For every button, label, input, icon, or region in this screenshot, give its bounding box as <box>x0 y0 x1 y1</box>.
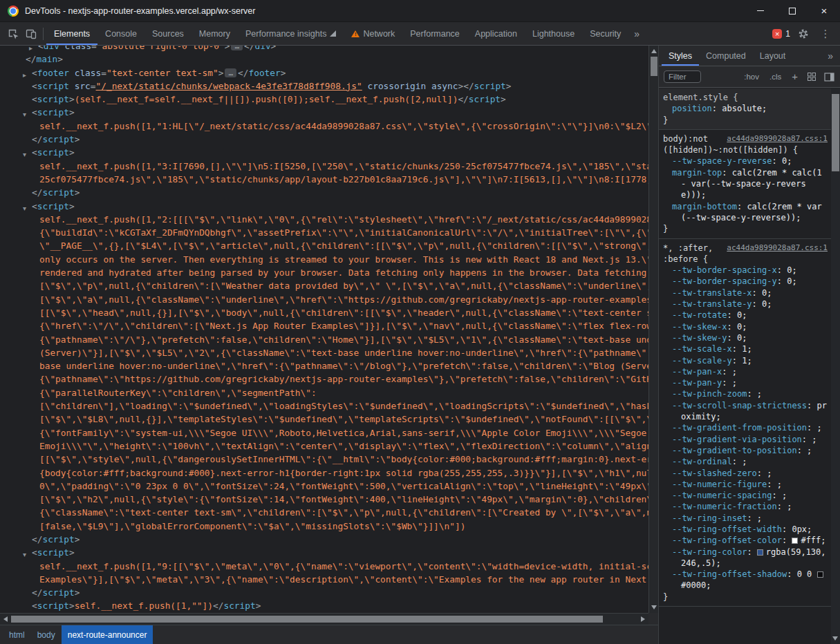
tab-styles[interactable]: Styles <box>662 46 699 66</box>
css-declaration[interactable]: --tw-numeric-figure: ; <box>663 479 828 490</box>
stylesheet-source-link[interactable]: ac44da9899028a87.css:1 <box>727 243 828 254</box>
dom-tree-line[interactable]: \"__PAGE__\",{},[\"$L4\",[\"$\",\"articl… <box>0 239 648 252</box>
sidebar-scrollbar[interactable] <box>831 88 840 644</box>
dom-tree-line[interactable]: rendered and hydrated after being parsed… <box>0 266 648 279</box>
dom-tree-line[interactable]: (Server)\"}],[\"$\",\"$L5\",\"2\",{\"cla… <box>0 346 648 359</box>
dom-tree-line[interactable]: <script>self.__next_f.push([1,""])</scri… <box>0 599 648 612</box>
tab-performance-insights[interactable]: Performance insights <box>238 22 344 45</box>
css-declaration[interactable]: --tw-ring-offset-width: 0px; <box>663 524 828 535</box>
scroll-down-icon[interactable] <box>651 605 657 609</box>
dom-tree-line[interactable]: </script> <box>0 586 648 599</box>
inspect-element-icon[interactable] <box>4 25 22 43</box>
new-style-rule-button[interactable]: + <box>789 72 801 82</box>
dock-panel-icon[interactable] <box>823 68 835 86</box>
css-declaration[interactable]: --tw-scale-y: 1; <box>663 355 828 366</box>
dom-tree-line[interactable]: {\"className\":\"text-center text-sm\",\… <box>0 506 648 519</box>
dom-tree-line[interactable]: Emoji\\\"\",\"height\":\"100vh\",\"textA… <box>0 439 648 453</box>
dom-tree-line[interactable]: {\"parallelRouterKey\":\"children\",\"se… <box>0 386 648 399</box>
scroll-up-icon[interactable] <box>651 49 657 53</box>
css-declaration[interactable]: margin-bottom: calc(2rem * var(--tw-spac… <box>663 201 828 224</box>
tab-performance[interactable]: Performance <box>402 22 467 45</box>
dom-tree-line[interactable]: self.__next_f.push([1,"2:[[[\"$\",\"link… <box>0 213 648 226</box>
dom-tree-line[interactable]: ▸<footer class="text-center text-sm">…</… <box>0 66 648 79</box>
dom-tree-line[interactable]: 25cf075477fbce74.js\",\"185\",\"static/c… <box>0 173 648 186</box>
horizontal-scroll-thumb[interactable] <box>11 616 603 623</box>
css-declaration[interactable]: position: absolute; <box>663 103 828 114</box>
css-declaration[interactable]: --tw-scale-x: 1; <box>663 343 828 354</box>
dom-tree-line[interactable]: only occurs on the server. Then everythi… <box>0 253 648 266</box>
dom-tree-line[interactable]: </main> <box>0 53 648 66</box>
css-declaration[interactable]: --tw-numeric-fraction: ; <box>663 501 828 512</box>
sidebar-more-tabs-icon[interactable]: » <box>821 46 840 66</box>
more-tabs-icon[interactable]: » <box>628 28 645 39</box>
dom-tree-line[interactable]: [\"$\",\"p\",null,{\"children\":[\"Weath… <box>0 279 648 292</box>
minimize-button[interactable] <box>745 0 776 21</box>
styles-filter-input[interactable]: Filter <box>664 70 701 83</box>
dom-tree-line[interactable]: [false,\"$L9\"],\"globalErrorComponent\"… <box>0 520 648 533</box>
css-declaration[interactable]: --tw-ring-offset-shadow: 0 0 #0000; <box>663 569 828 591</box>
vertical-scrollbar[interactable] <box>648 46 658 613</box>
dom-tree-line[interactable]: ▾<script> <box>0 146 648 159</box>
expand-ellipsis-button[interactable]: … <box>225 68 236 77</box>
dom-tree-line[interactable]: <script src="/_next/static/chunks/webpac… <box>0 79 648 93</box>
horizontal-scrollbar[interactable] <box>0 613 648 625</box>
css-declaration[interactable]: --tw-ordinal: ; <box>663 456 828 467</box>
close-button[interactable]: × <box>808 0 840 21</box>
css-declaration[interactable]: --tw-translate-x: 0; <box>663 287 828 299</box>
tab-console[interactable]: Console <box>97 22 144 45</box>
css-declaration[interactable]: --tw-ring-offset-color: #fff; <box>663 535 828 546</box>
css-declaration[interactable]: --tw-skew-x: 0; <box>663 321 828 332</box>
dom-tree-line[interactable]: {body{color:#fff;background:#000}.next-e… <box>0 466 648 480</box>
toggle-element-state-button[interactable]: :hov <box>741 72 762 82</box>
css-declaration[interactable]: --tw-ring-inset: ; <box>663 513 828 524</box>
css-declaration[interactable]: --tw-space-y-reverse: 0; <box>663 155 828 167</box>
scroll-left-icon[interactable] <box>3 616 8 622</box>
tab-lighthouse[interactable]: Lighthouse <box>525 22 582 45</box>
css-declaration[interactable]: --tw-numeric-spacing: ; <box>663 490 828 501</box>
dom-tree-line[interactable]: [[\"$\",\"head\",null,{}],[\"$\",\"body\… <box>0 306 648 319</box>
css-declaration[interactable]: --tw-skew-y: 0; <box>663 332 828 343</box>
tab-memory[interactable]: Memory <box>192 22 238 45</box>
grid-icon[interactable] <box>805 68 818 86</box>
dom-tree-line[interactable]: self.__next_f.push([1,"3:I[7690,[],\"\"]… <box>0 160 648 173</box>
maximize-button[interactable] <box>776 0 808 21</box>
tab-application[interactable]: Application <box>467 22 525 45</box>
tab-elements[interactable]: Elements <box>46 22 97 45</box>
breadcrumb-item-body[interactable]: body <box>31 625 62 644</box>
dom-tree-line[interactable]: ▾<script> <box>0 200 648 213</box>
color-swatch[interactable] <box>792 538 798 544</box>
dom-tree-line[interactable]: 0\",\"padding\":\"0 23px 0 0\",\"fontSiz… <box>0 480 648 493</box>
console-error-badge[interactable]: × 1 <box>772 29 790 39</box>
css-declaration[interactable]: --tw-gradient-via-position: ; <box>663 434 828 445</box>
css-declaration[interactable]: --tw-pan-x: ; <box>663 366 828 377</box>
dom-tree-line[interactable]: ▾<script> <box>0 546 648 559</box>
dom-tree-line[interactable]: [\"$\",\"$L8\",null,{}],\"templateStyles… <box>0 413 648 426</box>
stylesheet-source-link[interactable]: ac44da9899028a87.css:1 <box>727 133 828 144</box>
tab-network[interactable]: Network <box>344 22 402 45</box>
css-declaration[interactable]: --tw-pinch-zoom: ; <box>663 388 828 399</box>
color-swatch[interactable] <box>817 571 823 578</box>
dom-tree-line[interactable]: {\"fontFamily\":\"system-ui,\\\"Segoe UI… <box>0 426 648 439</box>
breadcrumb-item-html[interactable]: html <box>3 625 31 644</box>
dom-tree-line[interactable]: base underline hover:no-underline\",\"hr… <box>0 359 648 372</box>
css-declaration[interactable]: --tw-translate-y: 0; <box>663 299 828 310</box>
sidebar-scroll-down-icon[interactable] <box>832 636 838 641</box>
dom-tree-line[interactable]: </script> <box>0 533 648 546</box>
css-declaration[interactable]: --tw-gradient-to-position: ; <box>663 445 828 456</box>
breadcrumb-item-next-route-announcer[interactable]: next-route-announcer <box>62 625 153 644</box>
vertical-scroll-thumb[interactable] <box>651 57 657 76</box>
css-declaration[interactable]: --tw-border-spacing-y: 0; <box>663 276 828 287</box>
css-declaration[interactable]: --tw-pan-y: ; <box>663 377 828 388</box>
element-classes-button[interactable]: .cls <box>767 72 784 82</box>
dom-tree-line[interactable]: {\"pathname\":\"/\"},\"prefetch\":false,… <box>0 333 648 346</box>
tab-sources[interactable]: Sources <box>144 22 192 45</box>
css-declaration[interactable]: --tw-gradient-from-position: ; <box>663 422 828 433</box>
tab-layout[interactable]: Layout <box>753 46 793 66</box>
css-selector[interactable]: *, :after, :before { <box>663 243 718 264</box>
scroll-right-icon[interactable] <box>641 616 645 622</box>
color-swatch[interactable] <box>757 549 763 556</box>
more-menu-icon[interactable]: ⋮ <box>816 25 834 43</box>
dom-tree-line[interactable]: self.__next_f.push([1,"9:[[\"$\",\"meta\… <box>0 560 648 573</box>
dom-tree-line[interactable]: [\"$\",\"h2\",null,{\"style\":{\"fontSiz… <box>0 493 648 506</box>
css-declaration[interactable]: --tw-scroll-snap-strictness: proximity; <box>663 400 828 423</box>
